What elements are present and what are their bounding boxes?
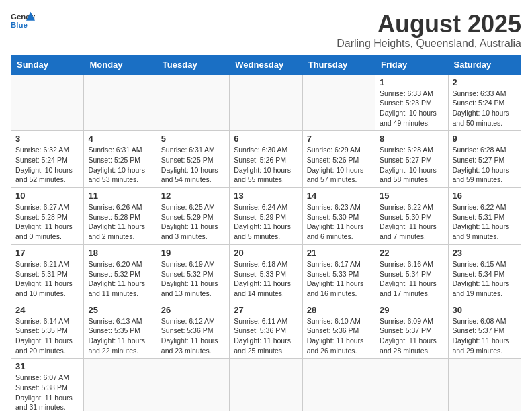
day-info: Sunrise: 6:23 AM Sunset: 5:30 PM Dayligh… [307, 202, 371, 242]
calendar-day-cell: 28Sunrise: 6:10 AM Sunset: 5:36 PM Dayli… [302, 302, 375, 359]
calendar-day-cell [157, 74, 229, 131]
day-info: Sunrise: 6:29 AM Sunset: 5:26 PM Dayligh… [307, 145, 371, 185]
day-info: Sunrise: 6:22 AM Sunset: 5:30 PM Dayligh… [380, 202, 443, 242]
weekday-header-thursday: Thursday [302, 55, 375, 74]
day-info: Sunrise: 6:24 AM Sunset: 5:29 PM Dayligh… [234, 202, 298, 242]
calendar-day-cell [302, 359, 375, 411]
day-info: Sunrise: 6:30 AM Sunset: 5:26 PM Dayligh… [234, 145, 298, 185]
calendar-day-cell: 1Sunrise: 6:33 AM Sunset: 5:23 PM Daylig… [375, 74, 448, 131]
day-number: 1 [380, 77, 443, 87]
day-number: 10 [15, 191, 79, 201]
day-info: Sunrise: 6:07 AM Sunset: 5:38 PM Dayligh… [15, 373, 79, 411]
calendar-day-cell [230, 359, 302, 411]
calendar-day-cell: 10Sunrise: 6:27 AM Sunset: 5:28 PM Dayli… [11, 188, 84, 245]
svg-text:Blue: Blue [11, 21, 28, 29]
day-info: Sunrise: 6:10 AM Sunset: 5:36 PM Dayligh… [307, 316, 371, 356]
calendar-subtitle: Darling Heights, Queensland, Australia [337, 38, 521, 50]
calendar-day-cell: 24Sunrise: 6:14 AM Sunset: 5:35 PM Dayli… [11, 302, 84, 359]
calendar-week-row: 24Sunrise: 6:14 AM Sunset: 5:35 PM Dayli… [11, 302, 521, 359]
title-block: August 2025 Darling Heights, Queensland,… [337, 11, 521, 50]
weekday-header-monday: Monday [84, 55, 157, 74]
calendar-day-cell: 19Sunrise: 6:19 AM Sunset: 5:32 PM Dayli… [157, 244, 229, 302]
calendar-day-cell: 2Sunrise: 6:33 AM Sunset: 5:24 PM Daylig… [448, 74, 521, 131]
logo: General Blue [11, 11, 35, 30]
day-number: 18 [88, 248, 152, 258]
calendar-title: August 2025 [337, 11, 521, 38]
calendar-day-cell [11, 74, 84, 131]
day-info: Sunrise: 6:31 AM Sunset: 5:25 PM Dayligh… [161, 145, 225, 185]
day-number: 21 [307, 248, 371, 258]
day-info: Sunrise: 6:19 AM Sunset: 5:32 PM Dayligh… [161, 259, 225, 299]
day-number: 12 [161, 191, 225, 201]
day-number: 14 [307, 191, 371, 201]
day-info: Sunrise: 6:20 AM Sunset: 5:32 PM Dayligh… [88, 259, 152, 299]
page-header: General Blue August 2025 Darling Heights… [11, 11, 521, 50]
calendar-day-cell: 26Sunrise: 6:12 AM Sunset: 5:36 PM Dayli… [157, 302, 229, 359]
day-number: 24 [15, 305, 79, 315]
day-number: 27 [234, 305, 298, 315]
calendar-day-cell: 15Sunrise: 6:22 AM Sunset: 5:30 PM Dayli… [375, 188, 448, 245]
day-number: 22 [380, 248, 443, 258]
day-number: 20 [234, 248, 298, 258]
day-info: Sunrise: 6:31 AM Sunset: 5:25 PM Dayligh… [88, 145, 152, 185]
day-info: Sunrise: 6:08 AM Sunset: 5:37 PM Dayligh… [453, 316, 517, 356]
day-number: 3 [15, 134, 79, 144]
calendar-day-cell: 16Sunrise: 6:22 AM Sunset: 5:31 PM Dayli… [448, 188, 521, 245]
day-number: 9 [453, 134, 517, 144]
day-number: 25 [88, 305, 152, 315]
day-info: Sunrise: 6:32 AM Sunset: 5:24 PM Dayligh… [15, 145, 79, 185]
day-number: 11 [88, 191, 152, 201]
calendar-week-row: 31Sunrise: 6:07 AM Sunset: 5:38 PM Dayli… [11, 359, 521, 411]
calendar-day-cell [375, 359, 448, 411]
calendar-day-cell: 21Sunrise: 6:17 AM Sunset: 5:33 PM Dayli… [302, 244, 375, 302]
day-info: Sunrise: 6:18 AM Sunset: 5:33 PM Dayligh… [234, 259, 298, 299]
day-number: 7 [307, 134, 371, 144]
day-number: 17 [15, 248, 79, 258]
calendar-day-cell: 18Sunrise: 6:20 AM Sunset: 5:32 PM Dayli… [84, 244, 157, 302]
day-info: Sunrise: 6:16 AM Sunset: 5:34 PM Dayligh… [380, 259, 443, 299]
calendar-day-cell: 31Sunrise: 6:07 AM Sunset: 5:38 PM Dayli… [11, 359, 84, 411]
calendar-day-cell: 12Sunrise: 6:25 AM Sunset: 5:29 PM Dayli… [157, 188, 229, 245]
calendar-day-cell: 4Sunrise: 6:31 AM Sunset: 5:25 PM Daylig… [84, 131, 157, 188]
calendar-table: SundayMondayTuesdayWednesdayThursdayFrid… [11, 55, 521, 411]
calendar-day-cell [84, 74, 157, 131]
day-number: 29 [380, 305, 443, 315]
day-number: 5 [161, 134, 225, 144]
weekday-header-friday: Friday [375, 55, 448, 74]
day-info: Sunrise: 6:22 AM Sunset: 5:31 PM Dayligh… [453, 202, 517, 242]
calendar-day-cell: 6Sunrise: 6:30 AM Sunset: 5:26 PM Daylig… [230, 131, 302, 188]
day-number: 30 [453, 305, 517, 315]
calendar-day-cell: 27Sunrise: 6:11 AM Sunset: 5:36 PM Dayli… [230, 302, 302, 359]
weekday-header-row: SundayMondayTuesdayWednesdayThursdayFrid… [11, 55, 521, 74]
day-info: Sunrise: 6:25 AM Sunset: 5:29 PM Dayligh… [161, 202, 225, 242]
day-info: Sunrise: 6:26 AM Sunset: 5:28 PM Dayligh… [88, 202, 152, 242]
calendar-day-cell: 29Sunrise: 6:09 AM Sunset: 5:37 PM Dayli… [375, 302, 448, 359]
calendar-week-row: 1Sunrise: 6:33 AM Sunset: 5:23 PM Daylig… [11, 74, 521, 131]
calendar-day-cell: 8Sunrise: 6:28 AM Sunset: 5:27 PM Daylig… [375, 131, 448, 188]
calendar-day-cell: 13Sunrise: 6:24 AM Sunset: 5:29 PM Dayli… [230, 188, 302, 245]
day-number: 15 [380, 191, 443, 201]
day-info: Sunrise: 6:21 AM Sunset: 5:31 PM Dayligh… [15, 259, 79, 299]
calendar-day-cell: 17Sunrise: 6:21 AM Sunset: 5:31 PM Dayli… [11, 244, 84, 302]
day-number: 4 [88, 134, 152, 144]
day-info: Sunrise: 6:33 AM Sunset: 5:23 PM Dayligh… [380, 89, 443, 128]
calendar-day-cell: 22Sunrise: 6:16 AM Sunset: 5:34 PM Dayli… [375, 244, 448, 302]
day-info: Sunrise: 6:17 AM Sunset: 5:33 PM Dayligh… [307, 259, 371, 299]
calendar-day-cell [157, 359, 229, 411]
calendar-day-cell [302, 74, 375, 131]
day-number: 28 [307, 305, 371, 315]
calendar-day-cell [230, 74, 302, 131]
calendar-week-row: 17Sunrise: 6:21 AM Sunset: 5:31 PM Dayli… [11, 244, 521, 302]
calendar-week-row: 10Sunrise: 6:27 AM Sunset: 5:28 PM Dayli… [11, 188, 521, 245]
day-info: Sunrise: 6:27 AM Sunset: 5:28 PM Dayligh… [15, 202, 79, 242]
day-info: Sunrise: 6:11 AM Sunset: 5:36 PM Dayligh… [234, 316, 298, 356]
weekday-header-tuesday: Tuesday [157, 55, 229, 74]
calendar-day-cell [84, 359, 157, 411]
day-number: 6 [234, 134, 298, 144]
calendar-day-cell: 11Sunrise: 6:26 AM Sunset: 5:28 PM Dayli… [84, 188, 157, 245]
calendar-day-cell: 23Sunrise: 6:15 AM Sunset: 5:34 PM Dayli… [448, 244, 521, 302]
day-number: 16 [453, 191, 517, 201]
day-info: Sunrise: 6:28 AM Sunset: 5:27 PM Dayligh… [453, 145, 517, 185]
day-number: 8 [380, 134, 443, 144]
calendar-day-cell: 3Sunrise: 6:32 AM Sunset: 5:24 PM Daylig… [11, 131, 84, 188]
